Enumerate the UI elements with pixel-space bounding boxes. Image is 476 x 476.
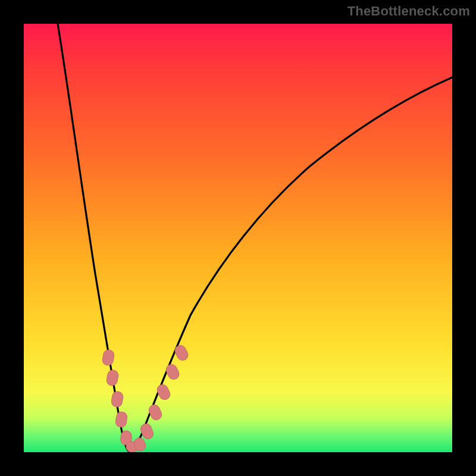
watermark-text: TheBottleneck.com (347, 4, 470, 19)
highlight-markers (102, 343, 190, 452)
bottleneck-curve (58, 24, 452, 451)
svg-rect-3 (115, 411, 127, 428)
svg-rect-8 (147, 403, 163, 421)
svg-rect-2 (111, 391, 124, 408)
bottleneck-curve-svg (24, 24, 452, 452)
svg-rect-11 (173, 343, 190, 362)
svg-rect-9 (155, 383, 172, 401)
svg-rect-10 (164, 362, 181, 381)
plot-area (24, 24, 452, 452)
svg-rect-7 (139, 422, 155, 441)
svg-rect-0 (102, 349, 115, 367)
svg-rect-1 (106, 369, 119, 387)
chart-frame: TheBottleneck.com (0, 0, 476, 476)
